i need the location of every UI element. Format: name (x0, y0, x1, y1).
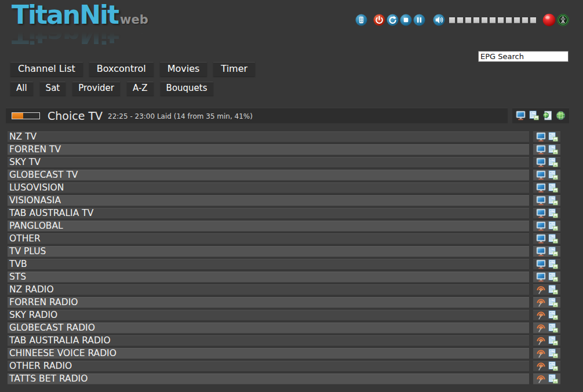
epg-button[interactable] (548, 170, 558, 180)
epg-button[interactable] (548, 208, 558, 218)
channel-name[interactable]: STS (8, 272, 529, 283)
volume-button[interactable] (433, 14, 445, 26)
radio-button[interactable] (536, 298, 546, 307)
radio-button[interactable] (536, 374, 546, 384)
channel-name[interactable]: TVB (8, 259, 529, 270)
volume-segment[interactable] (506, 17, 512, 23)
radio-button[interactable] (536, 349, 546, 358)
screenshot-button[interactable] (536, 170, 546, 180)
screenshot-button[interactable] (536, 272, 546, 282)
epg-button[interactable] (548, 349, 558, 358)
volume-segment[interactable] (482, 17, 487, 23)
radio-button[interactable] (536, 361, 546, 371)
nav-button-boxcontrol[interactable]: Boxcontrol (89, 62, 154, 76)
epg-button[interactable] (548, 157, 558, 167)
channel-name[interactable]: OTHER RADIO (8, 361, 529, 372)
channel-name[interactable]: PANGLOBAL (8, 221, 529, 232)
channel-name[interactable]: FORREN TV (8, 144, 529, 155)
channel-name[interactable]: OTHER (8, 233, 529, 244)
channel-name[interactable]: LUSOVISION (8, 182, 529, 193)
screenshot-button[interactable] (536, 259, 546, 269)
nav-button-a-z[interactable]: A-Z (127, 82, 154, 96)
channel-name[interactable]: NZ TV (8, 131, 529, 142)
record-indicator (542, 13, 556, 27)
channel-name[interactable]: TAB AUSTRALIA RADIO (8, 335, 529, 346)
nav-button-provider[interactable]: Provider (72, 82, 120, 96)
epg-button[interactable] (548, 196, 558, 206)
volume-segment[interactable] (490, 17, 495, 23)
screenshot-button[interactable] (536, 157, 546, 167)
epg-button[interactable] (548, 259, 558, 269)
epg-button[interactable] (548, 298, 558, 307)
screenshot-button[interactable] (516, 111, 526, 120)
screenshot-button[interactable] (536, 221, 546, 231)
signal-button[interactable] (557, 14, 569, 26)
channel-name[interactable]: TAB AUSTRALIA TV (8, 208, 529, 219)
volume-segment[interactable] (514, 17, 520, 23)
restart-button[interactable] (387, 14, 399, 26)
screenshot-button[interactable] (536, 234, 546, 244)
volume-segment[interactable] (449, 17, 455, 23)
epg-button[interactable] (548, 285, 558, 295)
radio-icon (536, 288, 546, 296)
screenshot-button[interactable] (536, 132, 546, 142)
epg-button[interactable] (548, 374, 558, 384)
channel-row-tv-plus: TV PLUS (8, 246, 560, 257)
epg-button[interactable] (529, 111, 539, 120)
radio-icon (536, 377, 546, 386)
radio-button[interactable] (536, 336, 546, 346)
epg-search-input[interactable] (478, 51, 569, 62)
volume-segment[interactable] (473, 17, 479, 23)
screenshot-button[interactable] (536, 145, 546, 155)
channel-row-actions (533, 157, 560, 168)
volume-segment[interactable] (465, 17, 471, 23)
channel-name[interactable]: TV PLUS (8, 246, 529, 257)
epg-button[interactable] (548, 247, 558, 257)
epg-button[interactable] (548, 272, 558, 282)
channel-name[interactable]: GLOBECAST RADIO (8, 323, 529, 334)
volume-segment[interactable] (457, 17, 463, 23)
channel-name[interactable]: VISIONASIA (8, 195, 529, 206)
channel-name[interactable]: GLOBECAST TV (8, 170, 529, 181)
channel-name[interactable]: TATTS BET RADIO (8, 373, 529, 384)
epg-button[interactable] (548, 234, 558, 244)
epg-button[interactable] (548, 361, 558, 371)
remote-button[interactable] (355, 14, 367, 26)
nav-button-timer[interactable]: Timer (213, 62, 255, 76)
web-epg-button[interactable] (542, 111, 552, 120)
record-ball-icon (542, 13, 556, 27)
channel-row-actions (533, 373, 560, 384)
channel-name[interactable]: SKY TV (8, 157, 529, 168)
volume-segment[interactable] (498, 17, 504, 23)
epg-button[interactable] (548, 145, 558, 155)
screenshot-button[interactable] (536, 196, 546, 206)
stop-button[interactable] (400, 14, 412, 26)
nav-button-bouquets[interactable]: Bouquets (161, 82, 213, 96)
epg-button[interactable] (548, 183, 558, 193)
stream-button[interactable] (556, 111, 566, 120)
radio-button[interactable] (536, 323, 546, 333)
epg-button[interactable] (548, 336, 558, 346)
epg-button[interactable] (548, 132, 558, 142)
screenshot-button[interactable] (536, 208, 546, 218)
nav-button-movies[interactable]: Movies (160, 62, 207, 76)
nav-button-sat[interactable]: Sat (40, 82, 66, 96)
channel-list: NZ TV FOR (8, 131, 560, 386)
epg-button[interactable] (548, 323, 558, 333)
channel-name[interactable]: SKY RADIO (8, 310, 529, 321)
volume-segment[interactable] (530, 17, 536, 23)
screenshot-button[interactable] (536, 247, 546, 257)
radio-button[interactable] (536, 310, 546, 320)
volume-segment[interactable] (522, 17, 528, 23)
power-button[interactable] (373, 14, 385, 26)
radio-button[interactable] (536, 285, 546, 295)
epg-button[interactable] (548, 221, 558, 231)
channel-name[interactable]: CHINEESE VOICE RADIO (8, 348, 529, 359)
epg-button[interactable] (548, 310, 558, 320)
channel-name[interactable]: NZ RADIO (8, 284, 529, 295)
pause-button[interactable] (413, 14, 425, 26)
screenshot-button[interactable] (536, 183, 546, 193)
nav-button-all[interactable]: All (10, 82, 33, 96)
nav-button-channel-list[interactable]: Channel List (10, 62, 83, 76)
channel-name[interactable]: FORREN RADIO (8, 297, 529, 308)
